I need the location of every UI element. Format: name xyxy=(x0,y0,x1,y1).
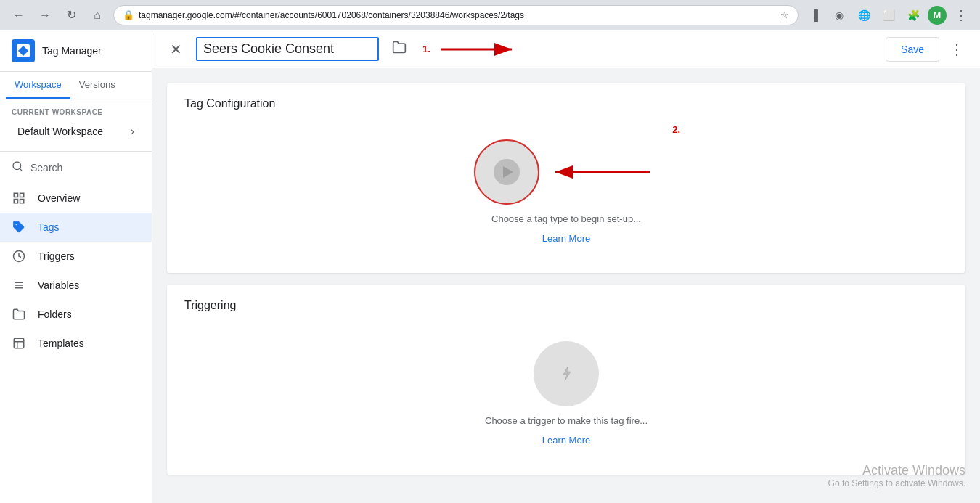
ext2-button[interactable]: ◉ xyxy=(829,5,849,25)
triggers-icon xyxy=(12,249,26,263)
triggering-learn-more[interactable]: Learn More xyxy=(542,435,590,446)
step1-label: 1. xyxy=(422,44,430,54)
nav-item-tags[interactable]: Tags xyxy=(0,213,152,242)
templates-icon xyxy=(12,336,26,351)
search-label: Search xyxy=(30,162,62,173)
step2-annotation: 2. xyxy=(672,123,680,135)
url-text: tagmanager.google.com/#/container/accoun… xyxy=(139,10,776,20)
ext1-button[interactable]: ▐ xyxy=(804,5,825,25)
back-button[interactable]: ← xyxy=(9,5,29,25)
tags-icon xyxy=(12,220,26,234)
folders-icon xyxy=(12,307,26,322)
svg-rect-2 xyxy=(14,193,17,197)
sidebar-header: Tag Manager xyxy=(0,30,152,72)
trigger-icon[interactable] xyxy=(534,341,599,406)
tag-config-icon-wrapper: 2. xyxy=(474,139,658,205)
nav-item-overview[interactable]: Overview xyxy=(0,184,152,213)
triggering-hint: Choose a trigger to make this tag fire..… xyxy=(485,415,648,426)
main-content: ✕ 1. xyxy=(152,30,980,503)
profile-avatar[interactable]: M xyxy=(928,6,947,25)
svg-rect-5 xyxy=(20,200,24,203)
save-button[interactable]: Save xyxy=(886,37,939,62)
svg-line-1 xyxy=(20,168,22,171)
workspace-item[interactable]: Default Workspace › xyxy=(12,120,140,142)
tag-config-title: Tag Configuration xyxy=(184,97,948,110)
nav-label-overview: Overview xyxy=(38,192,80,204)
ext5-button[interactable]: 🧩 xyxy=(903,5,923,25)
nav-item-folders[interactable]: Folders xyxy=(0,300,152,329)
play-triangle-icon xyxy=(503,166,513,178)
svg-point-0 xyxy=(13,162,21,170)
lock-icon: 🔒 xyxy=(123,9,134,20)
tag-type-icon[interactable] xyxy=(474,139,539,205)
workspace-section: CURRENT WORKSPACE Default Workspace › xyxy=(0,99,152,148)
ext3-button[interactable]: 🌐 xyxy=(854,5,874,25)
more-options-button[interactable]: ⋮ xyxy=(945,38,968,61)
step1-annotation: 1. xyxy=(422,41,520,58)
step1-arrow xyxy=(433,41,520,58)
nav-label-tags: Tags xyxy=(38,221,60,233)
nav-items: Overview Tags xyxy=(0,181,152,503)
browser-icons: ▐ ◉ 🌐 ⬜ 🧩 M ⋮ xyxy=(804,5,971,25)
sidebar-tabs: Workspace Versions xyxy=(0,72,152,99)
tag-config-card: Tag Configuration 2. xyxy=(167,83,965,273)
folder-button[interactable] xyxy=(388,38,411,61)
gtm-logo-inner xyxy=(17,44,30,57)
workspace-chevron-icon: › xyxy=(131,125,134,138)
ext4-button[interactable]: ⬜ xyxy=(878,5,899,25)
home-button[interactable]: ⌂ xyxy=(87,5,107,25)
overview-icon xyxy=(12,191,26,205)
search-bar[interactable]: Search xyxy=(0,155,152,181)
trigger-lightning-icon xyxy=(553,361,579,387)
search-icon xyxy=(12,160,23,175)
nav-item-variables[interactable]: Variables xyxy=(0,271,152,300)
gtm-logo-diamond xyxy=(18,46,28,56)
app-title: Tag Manager xyxy=(42,45,102,57)
tab-versions[interactable]: Versions xyxy=(70,72,124,99)
trigger-icon-inner xyxy=(553,361,579,387)
svg-rect-3 xyxy=(20,193,24,197)
nav-item-triggers[interactable]: Triggers xyxy=(0,242,152,271)
tag-name-input[interactable] xyxy=(196,37,379,61)
panel-actions: Save ⋮ xyxy=(886,37,968,62)
nav-label-variables: Variables xyxy=(38,279,79,291)
workspace-name: Default Workspace xyxy=(17,126,103,137)
tag-config-icon-area: 2. Choose a tag type to begin xyxy=(184,125,948,258)
nav-item-templates[interactable]: Templates xyxy=(0,329,152,358)
star-icon[interactable]: ☆ xyxy=(780,9,789,20)
panel-close-button[interactable]: ✕ xyxy=(164,38,187,61)
triggering-title: Triggering xyxy=(184,299,948,312)
triggering-icon-area: Choose a trigger to make this tag fire..… xyxy=(184,327,948,460)
triggering-card: Triggering Choose a trigger to make this… xyxy=(167,285,965,475)
nav-label-folders: Folders xyxy=(38,308,72,320)
forward-button[interactable]: → xyxy=(35,5,55,25)
step2-label: 2. xyxy=(672,124,680,135)
tab-workspace[interactable]: Workspace xyxy=(6,72,70,99)
reload-button[interactable]: ↻ xyxy=(61,5,81,25)
nav-label-triggers: Triggers xyxy=(38,250,75,262)
svg-point-6 xyxy=(15,224,17,225)
panel-body: Tag Configuration 2. xyxy=(152,68,980,503)
gtm-logo xyxy=(12,39,35,62)
tag-config-hint: Choose a tag type to begin set-up... xyxy=(491,213,641,224)
svg-rect-8 xyxy=(14,338,24,348)
panel-header: ✕ 1. xyxy=(152,30,980,68)
browser-menu-button[interactable]: ⋮ xyxy=(951,5,971,25)
variables-icon xyxy=(12,278,26,293)
nav-label-templates: Templates xyxy=(38,338,84,349)
address-bar[interactable]: 🔒 tagmanager.google.com/#/container/acco… xyxy=(113,5,799,25)
app-container: Tag Manager Workspace Versions CURRENT W… xyxy=(0,30,980,503)
close-icon: ✕ xyxy=(170,41,182,58)
more-icon: ⋮ xyxy=(950,41,964,58)
svg-rect-4 xyxy=(14,200,17,203)
sidebar-divider xyxy=(0,151,152,152)
tag-icon-inner xyxy=(494,159,520,185)
browser-chrome: ← → ↻ ⌂ 🔒 tagmanager.google.com/#/contai… xyxy=(0,0,980,30)
workspace-label: CURRENT WORKSPACE xyxy=(12,108,140,116)
folder-icon xyxy=(392,40,407,58)
tag-config-learn-more[interactable]: Learn More xyxy=(542,233,590,244)
sidebar: Tag Manager Workspace Versions CURRENT W… xyxy=(0,30,152,503)
step2-arrow xyxy=(542,162,658,182)
